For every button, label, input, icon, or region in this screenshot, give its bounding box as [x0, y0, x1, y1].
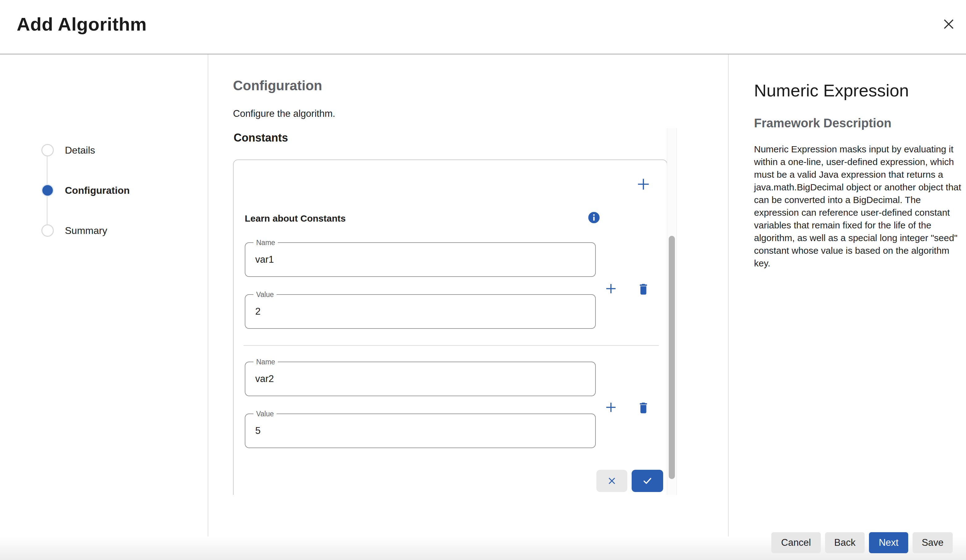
plus-icon [635, 189, 652, 194]
delete-row-button[interactable] [636, 282, 651, 296]
back-button[interactable]: Back [825, 532, 865, 553]
stepper-dot-summary[interactable] [41, 224, 54, 237]
sidebar-item-summary[interactable]: Summary [65, 224, 107, 237]
dialog-actions: Cancel Back Next Save [771, 532, 953, 553]
cancel-button[interactable]: Cancel [771, 532, 821, 553]
add-constant-button[interactable] [635, 176, 652, 193]
constant-value-input[interactable] [255, 296, 583, 328]
sidebar-item-details[interactable]: Details [65, 144, 95, 156]
dialog-title: Add Algorithm [17, 13, 147, 35]
close-button[interactable] [940, 15, 958, 34]
discard-constants-button[interactable] [596, 470, 627, 492]
constants-scroll-area: Constants Learn about Constants [233, 128, 678, 495]
framework-description-panel: Numeric Expression Framework Description… [728, 54, 966, 543]
page-title: Configuration [233, 78, 322, 94]
save-button[interactable]: Save [913, 532, 953, 553]
page-subtitle: Configure the algorithm. [233, 108, 335, 119]
add-algorithm-dialog: Add Algorithm Details Configuration Summ… [0, 0, 966, 560]
check-icon [632, 476, 663, 486]
confirm-constants-button[interactable] [632, 470, 663, 492]
add-row-button[interactable] [603, 281, 618, 296]
plus-icon [603, 411, 618, 415]
constant-value-input[interactable] [255, 415, 583, 447]
framework-description-heading: Framework Description [754, 116, 892, 130]
constant-value-field: Value [245, 294, 596, 329]
info-icon [587, 221, 601, 225]
trash-icon [636, 411, 651, 415]
add-row-button[interactable] [603, 400, 618, 415]
stepper-dot-details[interactable] [41, 144, 54, 156]
constants-card: Learn about Constants Name [233, 159, 667, 495]
stepper-sidebar: Details Configuration Summary [0, 54, 208, 543]
constants-section-title: Constants [233, 131, 288, 145]
next-button[interactable]: Next [869, 532, 908, 553]
plus-icon [603, 292, 618, 297]
delete-row-button[interactable] [636, 400, 651, 414]
scrollbar-thumb[interactable] [669, 236, 675, 479]
framework-description-text: Numeric Expression masks input by evalua… [754, 143, 964, 269]
row-divider [243, 345, 659, 346]
x-icon [596, 476, 627, 486]
constant-name-field: Name [245, 361, 596, 396]
constant-name-input[interactable] [255, 243, 583, 276]
constants-info-button[interactable] [587, 211, 601, 224]
close-icon [941, 28, 956, 33]
stepper-dot-configuration[interactable] [41, 184, 54, 197]
sidebar-item-configuration[interactable]: Configuration [65, 184, 130, 197]
scrollbar-track[interactable] [667, 128, 677, 495]
constant-name-field: Name [245, 242, 596, 277]
trash-icon [636, 292, 651, 297]
dialog-header: Add Algorithm [0, 0, 966, 54]
configuration-panel: Configuration Configure the algorithm. C… [208, 54, 728, 543]
framework-title: Numeric Expression [754, 80, 909, 100]
constant-name-input[interactable] [255, 363, 583, 395]
constant-value-field: Value [245, 414, 596, 448]
learn-about-constants-label: Learn about Constants [245, 213, 346, 224]
